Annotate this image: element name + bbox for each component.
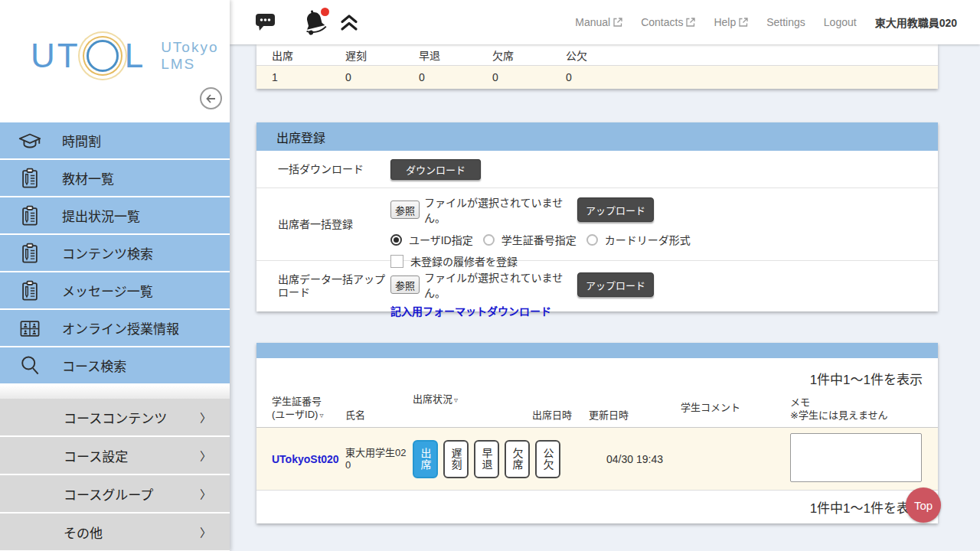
bulk-download-row: 一括ダウンロード ダウンロード bbox=[256, 151, 938, 188]
sidebar-item-label: オンライン授業情報 bbox=[62, 318, 179, 337]
summary-header-row: 出席 遅刻 早退 欠席 公欠 bbox=[256, 44, 938, 66]
status-button-present[interactable]: 出席 bbox=[413, 440, 438, 478]
sidebar-item-materials[interactable]: 教材一覧 bbox=[0, 160, 230, 196]
radio-card-reader[interactable]: カードリーダ形式 bbox=[586, 232, 691, 247]
file-select-line: 参照 ファイルが選択されていません。 アップロード bbox=[390, 194, 938, 225]
result-count-text: 1件中1〜1件を表示 bbox=[272, 369, 923, 388]
radio-student-number[interactable]: 学生証番号指定 bbox=[483, 232, 577, 247]
sidebar-item-label: コンテンツ検索 bbox=[62, 243, 153, 262]
summary-value-left-early: 0 bbox=[419, 71, 492, 83]
sidebar-item-label: 時間割 bbox=[62, 131, 101, 150]
help-link[interactable]: Help bbox=[714, 16, 748, 28]
back-arrow-icon bbox=[204, 92, 218, 106]
summary-col-present: 出席 bbox=[272, 47, 345, 63]
notifications-button[interactable] bbox=[302, 8, 328, 39]
column-update-time: 更新日時 bbox=[589, 409, 681, 422]
contacts-link[interactable]: Contacts bbox=[641, 16, 695, 28]
sidebar-item-others[interactable]: その他 〉 bbox=[0, 514, 230, 550]
sidebar-item-online-class-info[interactable]: オンライン授業情報 bbox=[0, 310, 230, 346]
radio-selected-icon bbox=[390, 234, 402, 246]
logo-area: UT L UTokyo LMS bbox=[0, 0, 230, 122]
browse-button[interactable]: 参照 bbox=[390, 201, 420, 219]
update-time-cell: 04/30 19:43 bbox=[589, 453, 681, 465]
upload-button[interactable]: アップロード bbox=[577, 197, 654, 222]
online-class-grid-icon bbox=[15, 314, 44, 343]
clipboard-pen-icon bbox=[15, 201, 44, 230]
attendance-summary-table: 出席 遅刻 早退 欠席 公欠 1 0 0 0 0 bbox=[256, 44, 938, 89]
memo-textarea[interactable] bbox=[790, 433, 922, 482]
sidebar-item-label: コースコンテンツ bbox=[64, 408, 167, 427]
current-user-name: 東大用教職員020 bbox=[875, 15, 957, 30]
attendance-register-panel: 出席登録 一括ダウンロード ダウンロード 出席者一括登録 参照 ファイルが選択さ… bbox=[256, 122, 938, 311]
column-attend-time: 出席日時 bbox=[532, 409, 589, 422]
chevron-right-icon: 〉 bbox=[200, 524, 211, 540]
students-table-footer: 1件中1〜1件を表示 bbox=[256, 491, 938, 523]
status-button-absent[interactable]: 欠席 bbox=[505, 440, 530, 478]
summary-value-present: 1 bbox=[272, 71, 345, 83]
panel-body: 一括ダウンロード ダウンロード 出席者一括登録 参照 ファイルが選択されていませ… bbox=[256, 151, 938, 311]
collapse-header-button[interactable] bbox=[340, 14, 358, 34]
top-links: Manual Contacts Help Settings bbox=[575, 0, 980, 44]
status-button-excused[interactable]: 公欠 bbox=[535, 440, 560, 478]
register-mode-radios: ユーザID指定 学生証番号指定 カードリーダ形式 bbox=[390, 232, 938, 247]
sidebar-item-messages[interactable]: メッセージ一覧 bbox=[0, 272, 230, 308]
sidebar-collapse-button[interactable] bbox=[200, 87, 222, 109]
students-column-headers: 学生証番号 (ユーザID)▿ 氏名 出席状況▿ 出席日時 更新日時 学生コメント… bbox=[272, 393, 923, 422]
browse-button[interactable]: 参照 bbox=[390, 276, 420, 294]
sidebar-item-label: コースグループ bbox=[64, 484, 153, 504]
main-area: Manual Contacts Help Settings bbox=[230, 0, 980, 551]
sidebar-section-divider bbox=[0, 385, 230, 399]
bulk-register-label: 出席者一括登録 bbox=[256, 188, 390, 260]
logout-link[interactable]: Logout bbox=[824, 16, 857, 28]
sidebar-item-content-search[interactable]: コンテンツ検索 bbox=[0, 235, 230, 271]
radio-unselected-icon bbox=[483, 234, 495, 246]
sidebar-item-label: その他 bbox=[64, 523, 103, 542]
sidebar-item-course-group[interactable]: コースグループ 〉 bbox=[0, 475, 230, 512]
sidebar-item-label: 教材一覧 bbox=[62, 168, 114, 187]
column-memo: メモ ※学生には見えません bbox=[790, 396, 923, 422]
sidebar-item-timetable[interactable]: 時間割 bbox=[0, 122, 230, 158]
students-table-header-band bbox=[256, 343, 938, 358]
student-id-link[interactable]: UTokyoSt020 bbox=[272, 453, 339, 465]
sidebar: UT L UTokyo LMS 時間割 bbox=[0, 0, 230, 551]
sidebar-menu: 時間割 教材一覧 提出状況一覧 bbox=[0, 122, 230, 383]
scroll-to-top-button[interactable]: Top bbox=[906, 487, 941, 523]
summary-col-absent: 欠席 bbox=[492, 47, 566, 63]
data-upload-row: 出席データ一括アップロード 参照 ファイルが選択されていません。 アップロード … bbox=[256, 261, 938, 311]
manual-link[interactable]: Manual bbox=[575, 16, 622, 28]
bulk-download-label: 一括ダウンロード bbox=[256, 151, 390, 187]
status-button-group: 出席 遅刻 早退 欠席 公欠 bbox=[413, 440, 532, 478]
settings-link[interactable]: Settings bbox=[766, 16, 805, 28]
graduation-cap-icon bbox=[15, 126, 44, 155]
sidebar-item-submission-status[interactable]: 提出状況一覧 bbox=[0, 197, 230, 233]
students-table-head: 1件中1〜1件を表示 学生証番号 (ユーザID)▿ 氏名 出席状況▿ 出席日時 … bbox=[256, 358, 938, 428]
sidebar-item-course-search[interactable]: コース検索 bbox=[0, 347, 230, 383]
status-button-left-early[interactable]: 早退 bbox=[474, 440, 499, 478]
messages-button[interactable] bbox=[255, 13, 276, 34]
sidebar-item-course-contents[interactable]: コースコンテンツ 〉 bbox=[0, 399, 230, 435]
summary-col-left-early: 早退 bbox=[419, 47, 492, 63]
notification-badge-dot bbox=[321, 8, 329, 16]
logo-o-rings-icon bbox=[87, 40, 119, 72]
summary-value-absent: 0 bbox=[492, 71, 566, 83]
sidebar-item-label: 提出状況一覧 bbox=[62, 206, 140, 225]
external-link-icon bbox=[739, 18, 748, 27]
column-attendance-status[interactable]: 出席状況▿ bbox=[413, 393, 532, 406]
column-student-id[interactable]: 学生証番号 (ユーザID)▿ bbox=[272, 395, 345, 422]
student-name: 東大用学生020 bbox=[345, 447, 413, 471]
status-button-late[interactable]: 遅刻 bbox=[443, 440, 469, 478]
bulk-register-row: 出席者一括登録 参照 ファイルが選択されていません。 アップロード ユーザID指… bbox=[256, 188, 938, 261]
no-file-text: ファイルが選択されていません。 bbox=[424, 269, 571, 300]
sidebar-course-menu: コースコンテンツ 〉 コース設定 〉 コースグループ 〉 その他 〉 bbox=[0, 399, 230, 550]
students-table: 1件中1〜1件を表示 学生証番号 (ユーザID)▿ 氏名 出席状況▿ 出席日時 … bbox=[256, 343, 938, 523]
sidebar-item-course-settings[interactable]: コース設定 〉 bbox=[0, 437, 230, 474]
top-bar: Manual Contacts Help Settings bbox=[230, 0, 980, 44]
upload-button[interactable]: アップロード bbox=[577, 272, 654, 297]
no-file-text: ファイルが選択されていません。 bbox=[424, 194, 571, 225]
radio-user-id[interactable]: ユーザID指定 bbox=[390, 232, 473, 247]
column-name: 氏名 bbox=[345, 409, 413, 422]
format-download-link[interactable]: 記入用フォーマットダウンロード bbox=[390, 303, 551, 318]
utol-logo: UT L UTokyo LMS bbox=[31, 37, 219, 75]
column-student-comment: 学生コメント bbox=[681, 401, 790, 414]
download-button[interactable]: ダウンロード bbox=[390, 159, 481, 180]
